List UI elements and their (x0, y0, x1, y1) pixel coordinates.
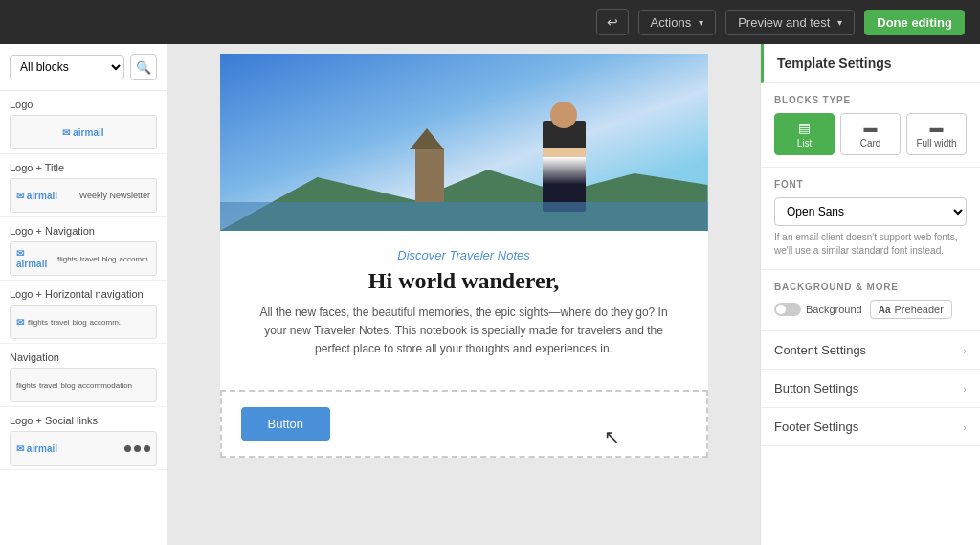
button-settings-row[interactable]: Button Settings › (761, 370, 980, 408)
sidebar-block-logo-nav[interactable]: Logo + Navigation ✉ airmail flights trav… (0, 217, 167, 281)
hero-person-head (550, 102, 577, 128)
done-editing-button[interactable]: Done editing (864, 10, 965, 35)
card-label: Card (860, 138, 881, 148)
fullwidth-icon: ▬ (930, 120, 944, 135)
sidebar-block-logo[interactable]: Logo ✉ airmail (0, 91, 167, 154)
sidebar-block-logo-title-label: Logo + Title (10, 162, 157, 173)
sidebar-block-navigation-preview: flights travel blog accommodation (10, 368, 157, 402)
canvas-area: Discover Traveler Notes Hi world wandere… (167, 44, 760, 545)
sidebar-block-logo-title[interactable]: Logo + Title ✉ airmail Weekly Newsletter (0, 154, 167, 217)
sidebar-block-logo-title-preview: ✉ airmail Weekly Newsletter (10, 178, 157, 213)
card-icon: ▬ (864, 120, 878, 135)
done-editing-label: Done editing (877, 15, 952, 30)
block-type-fullwidth-button[interactable]: ▬ Full width (906, 113, 967, 155)
logo-preview-content: ✉ airmail (62, 116, 103, 148)
sidebar-block-logo-social[interactable]: Logo + Social links ✉ airmail (0, 407, 167, 470)
blocks-filter-select[interactable]: All blocks Logo Navigation Button Image … (10, 55, 124, 79)
bg-row: Background Aa Preheader (774, 300, 967, 319)
email-body-content: Discover Traveler Notes Hi world wandere… (220, 231, 708, 390)
font-section-label: FONT (774, 179, 967, 190)
preheader-label: Preheader (895, 304, 944, 315)
email-body-text: All the new faces, the beautiful memorie… (258, 304, 670, 359)
font-select[interactable]: Open Sans Roboto Lato Montserrat (774, 197, 967, 226)
preview-button[interactable]: Preview and test ▾ (725, 10, 855, 35)
sidebar-block-navigation-label: Navigation (10, 352, 157, 363)
actions-button[interactable]: Actions ▾ (638, 10, 717, 35)
left-sidebar: All blocks Logo Navigation Button Image … (0, 44, 167, 545)
blocks-type-label: BLOCKS TYPE (774, 95, 967, 105)
social-dot-2 (134, 445, 141, 452)
bg-label: Background (806, 304, 862, 315)
social-dot-1 (124, 445, 131, 452)
footer-settings-chevron-icon: › (963, 421, 967, 433)
block-type-card-button[interactable]: ▬ Card (840, 113, 901, 155)
sidebar-block-logo-hor-nav-label: Logo + Horizontal navigation (10, 288, 157, 300)
sidebar-block-logo-nav-label: Logo + Navigation (10, 225, 157, 237)
preview-chevron-icon: ▾ (837, 17, 842, 28)
content-settings-row[interactable]: Content Settings › (761, 331, 980, 370)
preview-label: Preview and test (738, 15, 830, 30)
right-panel: Template Settings BLOCKS TYPE ▤ List ▬ C… (760, 44, 980, 545)
content-settings-label: Content Settings (774, 343, 866, 357)
history-button[interactable]: ↩ (596, 9, 629, 35)
actions-label: Actions (651, 15, 692, 30)
content-settings-chevron-icon: › (963, 345, 967, 356)
email-heading: Hi world wanderer, (258, 268, 670, 294)
main-layout: All blocks Logo Navigation Button Image … (0, 44, 980, 545)
list-icon: ▤ (798, 120, 811, 135)
preheader-aa-icon: Aa (879, 305, 891, 315)
hero-person (543, 121, 586, 212)
email-button-block[interactable]: Button ↖ (220, 390, 708, 458)
email-tagline: Discover Traveler Notes (258, 248, 670, 262)
social-dot-3 (144, 445, 150, 452)
background-section: BACKGROUND & MORE Background Aa Preheade… (761, 270, 980, 331)
topbar: ↩ Actions ▾ Preview and test ▾ Done edit… (0, 0, 980, 44)
list-label: List (797, 138, 813, 148)
blocks-type-row: ▤ List ▬ Card ▬ Full width (774, 113, 967, 155)
hero-building (415, 149, 444, 202)
cursor-icon: ↖ (604, 425, 620, 448)
hero-building-roof (410, 128, 444, 149)
template-settings-label: Template Settings (777, 56, 892, 71)
background-section-label: BACKGROUND & MORE (774, 282, 967, 292)
background-toggle[interactable]: Background (774, 303, 862, 316)
sidebar-block-logo-hor-nav[interactable]: Logo + Horizontal navigation ✉ flights t… (0, 281, 167, 344)
button-settings-label: Button Settings (774, 381, 858, 396)
footer-settings-label: Footer Settings (774, 420, 858, 434)
hero-image (220, 54, 708, 231)
sidebar-block-navigation[interactable]: Navigation flights travel blog accommoda… (0, 344, 167, 407)
sidebar-search-row: All blocks Logo Navigation Button Image … (0, 44, 167, 91)
sidebar-block-logo-social-label: Logo + Social links (10, 415, 157, 426)
font-section: FONT Open Sans Roboto Lato Montserrat If… (761, 168, 980, 270)
search-icon: 🔍 (136, 60, 151, 75)
sidebar-block-logo-label: Logo (10, 99, 157, 110)
preheader-button[interactable]: Aa Preheader (870, 300, 952, 319)
blocks-type-section: BLOCKS TYPE ▤ List ▬ Card ▬ Full width (761, 83, 980, 168)
sidebar-block-logo-hor-nav-preview: ✉ flights travel blog accomm. (10, 305, 157, 339)
sidebar-search-button[interactable]: 🔍 (130, 54, 157, 80)
hero-water (220, 202, 708, 231)
toggle-oval-bg[interactable] (774, 303, 801, 316)
sidebar-block-logo-nav-preview: ✉ airmail flights travel blog accomm. (10, 241, 157, 276)
actions-chevron-icon: ▾ (699, 17, 703, 28)
button-settings-chevron-icon: › (963, 383, 967, 395)
footer-settings-row[interactable]: Footer Settings › (761, 408, 980, 446)
block-type-list-button[interactable]: ▤ List (774, 113, 835, 155)
fullwidth-label: Full width (916, 138, 956, 148)
template-settings-header: Template Settings (761, 44, 980, 83)
font-hint: If an email client doesn't support web f… (774, 231, 967, 258)
email-cta-button[interactable]: Button (241, 407, 331, 441)
sidebar-block-logo-preview: ✉ airmail (10, 115, 157, 149)
email-canvas: Discover Traveler Notes Hi world wandere… (220, 54, 708, 458)
sidebar-block-logo-social-preview: ✉ airmail (10, 431, 157, 466)
